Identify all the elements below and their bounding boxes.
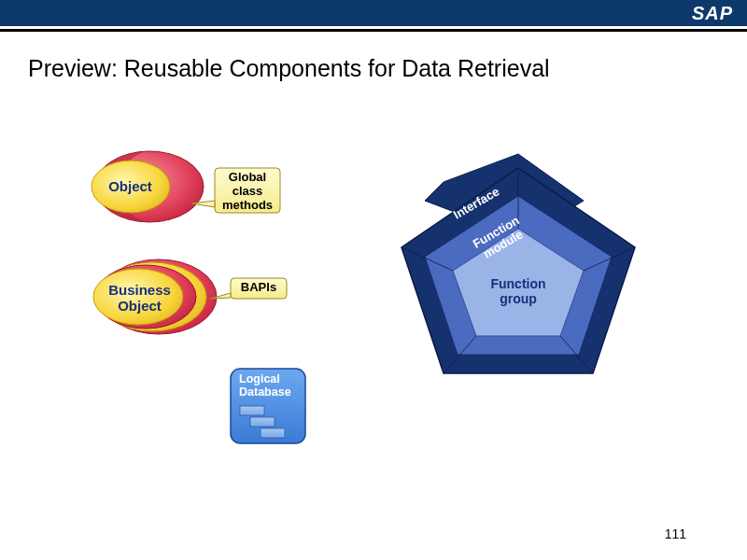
svg-rect-13 <box>261 428 285 438</box>
diagram-canvas <box>0 0 747 560</box>
callout-gcm-label: Global class methods <box>218 171 277 213</box>
svg-rect-11 <box>240 406 264 415</box>
page-number: 111 <box>665 526 686 541</box>
logical-database-label: Logical Database <box>239 373 304 399</box>
object-label: Object <box>105 178 156 194</box>
pentagon-shape <box>402 154 635 373</box>
business-object-label: Business Object <box>105 282 175 314</box>
function-group-label: Function group <box>486 276 551 306</box>
svg-rect-12 <box>250 417 275 427</box>
callout-bapis-label: BAPIs <box>233 281 284 295</box>
